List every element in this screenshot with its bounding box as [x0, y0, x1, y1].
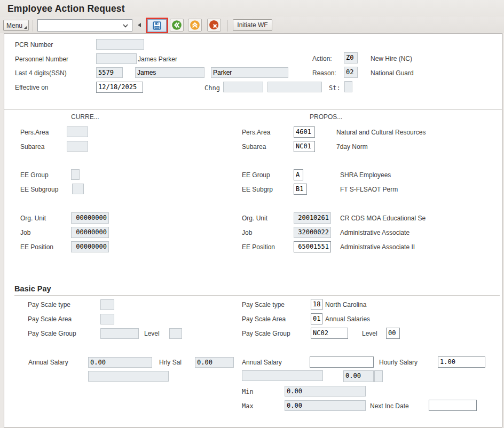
next-inc-date-field[interactable]: [429, 400, 477, 411]
exit-button[interactable]: [188, 19, 202, 31]
current-ee-subgroup-field[interactable]: [72, 184, 84, 194]
proposed-ee-subgroup-field[interactable]: B1: [294, 184, 307, 195]
current-ee-group-label: EE Group: [20, 171, 49, 179]
page-title: Employee Action Request: [7, 3, 125, 14]
proposed-ee-position-text: Administrative Associate II: [340, 243, 415, 251]
max-field[interactable]: 0.00: [285, 400, 366, 411]
proposed-column-header: PROPOS...: [310, 113, 342, 121]
toolbar-separator: [33, 20, 33, 31]
next-inc-date-label: Next Inc Date: [370, 402, 409, 410]
proposed-level-field[interactable]: 00: [386, 328, 400, 339]
proposed-subarea-field[interactable]: NC01: [294, 141, 315, 152]
proposed-org-unit-field[interactable]: 20010261: [294, 212, 331, 224]
st-field[interactable]: [344, 81, 352, 92]
proposed-ee-position-label: EE Position: [242, 243, 275, 251]
proposed-org-unit-label: Org. Unit: [242, 215, 267, 222]
cancel-button[interactable]: [207, 19, 221, 31]
action-label: Action:: [312, 55, 332, 62]
current-pay-scale-type-label: Pay Scale type: [28, 301, 70, 308]
chng-label: Chng: [204, 84, 220, 92]
proposed-job-label: Job: [242, 229, 252, 236]
current-ee-position-field[interactable]: 00000000: [71, 241, 109, 252]
chng-field-1[interactable]: [223, 82, 263, 92]
transaction-combobox[interactable]: [37, 19, 132, 31]
current-org-unit-label: Org. Unit: [20, 215, 46, 222]
save-highlight-box: [146, 18, 168, 34]
proposed-pay-scale-type-field[interactable]: 18: [311, 299, 322, 310]
proposed-annual-salary-field[interactable]: [310, 356, 374, 368]
proposed-ee-subgroup-text: FT S-FLSAOT Perm: [340, 186, 398, 193]
back-button[interactable]: [170, 19, 184, 31]
last-name-field[interactable]: Parker: [211, 67, 288, 78]
proposed-pers-area-label: Pers.Area: [242, 129, 270, 136]
chng-field-2[interactable]: [267, 82, 322, 92]
current-pers-area-label: Pers.Area: [20, 129, 49, 136]
section-divider: [4, 109, 502, 110]
reason-text: National Guard: [371, 69, 414, 77]
effective-on-field[interactable]: 12/18/2025: [96, 82, 143, 93]
min-field[interactable]: 0.00: [285, 386, 366, 397]
current-level-field[interactable]: [169, 328, 182, 339]
cancel-icon: [209, 20, 219, 30]
proposed-hourly-salary-field[interactable]: 1.00: [438, 356, 485, 368]
proposed-hourly-salary-label: Hourly Salary: [379, 359, 418, 366]
chevron-down-icon[interactable]: [123, 24, 128, 28]
basic-pay-divider: [14, 295, 500, 296]
current-annual-salary-secondary-field[interactable]: [88, 371, 169, 382]
exit-icon: [190, 20, 200, 30]
proposed-pers-area-field[interactable]: 4601: [294, 126, 315, 138]
employee-action-request-window: Employee Action Request Menu: [0, 0, 504, 428]
toolbar-separator: [227, 20, 228, 31]
menu-button-label: Menu: [6, 22, 22, 29]
reason-field[interactable]: 02: [344, 67, 358, 78]
current-pay-scale-type-field[interactable]: [100, 299, 114, 310]
proposed-pay-scale-area-text: Annual Salaries: [325, 315, 370, 323]
collapse-left-arrow-icon[interactable]: [138, 23, 141, 27]
ssn-field[interactable]: 5579: [96, 67, 123, 78]
current-pay-scale-area-field[interactable]: [100, 314, 114, 324]
current-annual-salary-field[interactable]: 0.00: [88, 357, 152, 368]
proposed-subarea-text: 7day Norm: [336, 143, 368, 150]
current-job-label: Job: [20, 229, 30, 236]
proposed-ee-group-text: SHRA Employees: [340, 171, 391, 179]
max-label: Max: [242, 402, 254, 410]
initiate-wf-button[interactable]: Initiate WF: [233, 19, 272, 31]
pcr-number-field[interactable]: [96, 39, 144, 50]
personnel-number-field[interactable]: [96, 53, 137, 64]
proposed-ee-group-field[interactable]: A: [294, 169, 303, 180]
current-ee-group-field[interactable]: [71, 169, 80, 180]
proposed-amount-field[interactable]: 0.00: [343, 370, 374, 382]
current-pers-area-field[interactable]: [67, 126, 88, 137]
current-job-field[interactable]: 00000000: [71, 227, 109, 238]
min-label: Min: [242, 388, 254, 395]
proposed-ee-position-field[interactable]: 65001551: [294, 241, 331, 252]
proposed-pay-scale-type-text: North Carolina: [325, 301, 366, 308]
current-hrly-sal-field[interactable]: 0.00: [195, 357, 234, 368]
effective-on-label: Effective on: [15, 84, 48, 91]
proposed-annual-salary-secondary-field[interactable]: [242, 370, 323, 381]
current-annual-salary-label: Annual Salary: [28, 359, 68, 366]
current-org-unit-field[interactable]: 00000000: [71, 212, 109, 224]
reason-label: Reason:: [312, 69, 336, 77]
proposed-job-field[interactable]: 32000022: [294, 227, 331, 238]
proposed-pay-scale-area-field[interactable]: 01: [311, 313, 322, 324]
menu-button[interactable]: Menu: [3, 20, 29, 31]
first-name-field[interactable]: James: [135, 67, 204, 78]
st-label: St:: [329, 84, 341, 92]
proposed-amount-unit-field[interactable]: [374, 370, 383, 382]
proposed-pay-scale-area-label: Pay Scale Area: [242, 315, 286, 323]
proposed-pay-scale-group-field[interactable]: NC02: [311, 328, 348, 339]
action-field[interactable]: Z0: [344, 52, 358, 64]
toolbar: Menu: [0, 17, 504, 33]
save-button[interactable]: [147, 19, 167, 32]
proposed-pay-scale-group-label: Pay Scale Group: [242, 330, 290, 337]
proposed-subarea-label: Subarea: [242, 143, 266, 150]
current-ee-subgroup-label: EE Subgroup: [20, 186, 58, 193]
proposed-level-label: Level: [362, 330, 377, 337]
action-text: New Hire (NC): [371, 55, 412, 62]
current-pay-scale-group-field[interactable]: [100, 328, 139, 339]
current-subarea-field[interactable]: [67, 141, 88, 152]
titlebar: Employee Action Request: [0, 0, 504, 17]
back-icon: [171, 20, 182, 30]
personnel-name-text: James Parker: [138, 56, 177, 63]
